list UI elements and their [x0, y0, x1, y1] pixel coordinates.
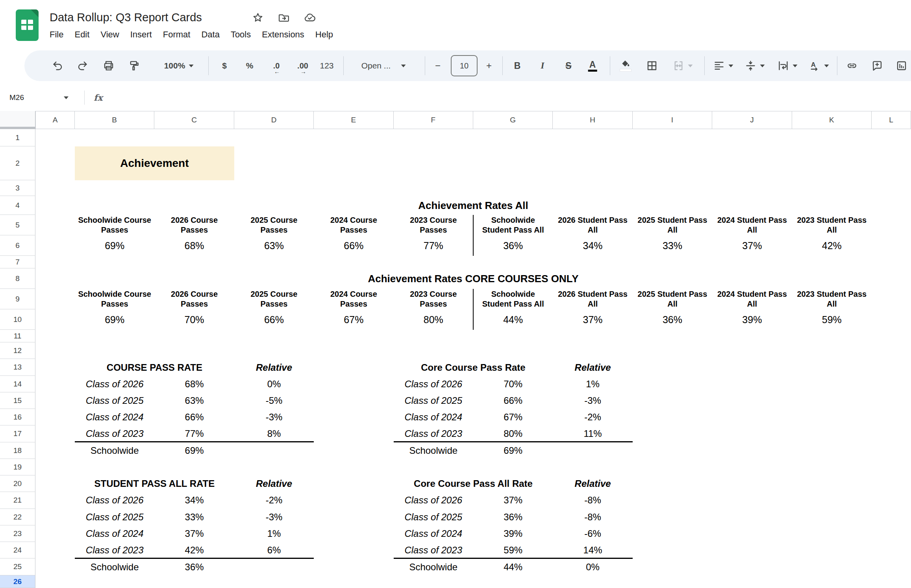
increase-decimal-button[interactable]: .00→: [297, 61, 308, 70]
summary-value-cell[interactable]: 67%: [473, 409, 553, 425]
summary-value-cell[interactable]: 59%: [473, 542, 553, 558]
row-header-23[interactable]: 23: [0, 525, 35, 542]
print-button[interactable]: [103, 60, 115, 72]
select-all-corner[interactable]: [0, 111, 35, 129]
rate-value-cell[interactable]: 39%: [712, 309, 792, 330]
summary-relative-cell[interactable]: 6%: [234, 542, 314, 558]
name-box[interactable]: M26: [9, 91, 69, 105]
row-header-9[interactable]: 9: [0, 289, 35, 309]
summary-relative-cell[interactable]: -5%: [234, 392, 314, 409]
summary-value-cell[interactable]: 37%: [154, 525, 234, 542]
summary-footer-label[interactable]: Schoolwide: [394, 442, 473, 459]
rate-header-cell[interactable]: 2023 Student Pass All: [792, 215, 872, 235]
rate-header-cell[interactable]: 2024 Course Passes: [314, 215, 393, 235]
rate-value-cell[interactable]: 70%: [154, 309, 234, 330]
summary-label-cell[interactable]: Class of 2025: [394, 509, 473, 525]
rate-header-cell[interactable]: Schoolwide Student Pass All: [473, 215, 553, 235]
rate-header-cell[interactable]: 2023 Course Passes: [394, 215, 473, 235]
summary-relative-cell[interactable]: -8%: [553, 509, 632, 525]
row-header-1[interactable]: 1: [0, 129, 35, 146]
decrease-font-size-button[interactable]: −: [435, 60, 441, 71]
row-header-13[interactable]: 13: [0, 359, 35, 376]
rate-header-cell[interactable]: 2025 Course Passes: [234, 215, 314, 235]
menu-view[interactable]: View: [95, 28, 124, 42]
rate-value-cell[interactable]: 34%: [553, 235, 632, 256]
menu-data[interactable]: Data: [196, 28, 225, 42]
summary-table-title[interactable]: COURSE PASS RATE: [75, 359, 234, 376]
fill-color-button[interactable]: [620, 60, 631, 72]
increase-font-size-button[interactable]: +: [486, 60, 492, 71]
row-header-21[interactable]: 21: [0, 492, 35, 509]
summary-relative-header[interactable]: Relative: [234, 359, 314, 376]
document-title[interactable]: Data Rollup: Q3 Report Cards: [50, 9, 202, 26]
redo-button[interactable]: [77, 60, 89, 72]
row-header-18[interactable]: 18: [0, 442, 35, 459]
bold-button[interactable]: B: [514, 61, 521, 71]
column-header-L[interactable]: L: [872, 111, 911, 129]
decrease-decimal-button[interactable]: .0←: [273, 61, 280, 70]
summary-table-title[interactable]: STUDENT PASS ALL RATE: [75, 475, 234, 492]
strikethrough-button[interactable]: S: [565, 61, 571, 71]
rate-value-cell[interactable]: 66%: [234, 309, 314, 330]
summary-relative-header[interactable]: Relative: [553, 475, 632, 492]
summary-label-cell[interactable]: Class of 2023: [394, 425, 473, 442]
rate-header-cell[interactable]: 2026 Student Pass All: [553, 215, 632, 235]
summary-label-cell[interactable]: Class of 2026: [75, 492, 154, 508]
rate-header-cell[interactable]: 2023 Student Pass All: [792, 289, 872, 309]
column-header-B[interactable]: B: [75, 111, 154, 129]
summary-label-cell[interactable]: Class of 2026: [394, 376, 473, 392]
rate-header-cell[interactable]: 2024 Student Pass All: [712, 215, 792, 235]
rate-header-cell[interactable]: Schoolwide Course Passes: [75, 289, 154, 309]
row-header-4[interactable]: 4: [0, 196, 35, 215]
formula-input[interactable]: [118, 91, 866, 105]
summary-label-cell[interactable]: Class of 2026: [394, 492, 473, 508]
rate-value-cell[interactable]: 68%: [154, 235, 234, 256]
rate-header-cell[interactable]: 2026 Course Passes: [154, 289, 234, 309]
borders-button[interactable]: [646, 60, 658, 72]
rate-value-cell[interactable]: 42%: [792, 235, 872, 256]
rate-header-cell[interactable]: 2026 Course Passes: [154, 215, 234, 235]
column-header-J[interactable]: J: [712, 111, 792, 129]
rate-table-title[interactable]: Achievement Rates CORE COURSES ONLY: [75, 268, 872, 289]
summary-value-cell[interactable]: 33%: [154, 509, 234, 525]
row-header-2[interactable]: 2: [0, 146, 35, 180]
summary-relative-cell[interactable]: 8%: [234, 425, 314, 442]
summary-label-cell[interactable]: Class of 2023: [75, 542, 154, 558]
cloud-saved-icon[interactable]: [303, 11, 317, 24]
rate-value-cell[interactable]: 36%: [473, 235, 553, 256]
row-header-3[interactable]: 3: [0, 180, 35, 196]
summary-footer-relative[interactable]: 0%: [553, 558, 632, 575]
rate-value-cell[interactable]: 69%: [75, 309, 154, 330]
summary-label-cell[interactable]: Class of 2024: [75, 525, 154, 542]
rate-header-cell[interactable]: Schoolwide Student Pass All: [473, 289, 553, 309]
summary-label-cell[interactable]: Class of 2025: [394, 392, 473, 409]
rate-header-cell[interactable]: 2024 Course Passes: [314, 289, 393, 309]
summary-relative-cell[interactable]: 14%: [553, 542, 632, 558]
rate-value-cell[interactable]: 80%: [394, 309, 473, 330]
row-header-19[interactable]: 19: [0, 459, 35, 475]
summary-footer-label[interactable]: Schoolwide: [75, 442, 154, 459]
row-header-14[interactable]: 14: [0, 376, 35, 392]
summary-value-cell[interactable]: 66%: [154, 409, 234, 425]
paint-format-button[interactable]: [128, 60, 140, 72]
vertical-align-button[interactable]: [745, 60, 765, 72]
summary-value-cell[interactable]: 68%: [154, 376, 234, 392]
row-header-22[interactable]: 22: [0, 509, 35, 525]
summary-value-cell[interactable]: 34%: [154, 492, 234, 508]
text-rotation-button[interactable]: A: [809, 60, 829, 72]
italic-button[interactable]: I: [541, 61, 544, 71]
summary-value-cell[interactable]: 66%: [473, 392, 553, 409]
summary-relative-cell[interactable]: 11%: [553, 425, 632, 442]
format-currency-button[interactable]: $: [222, 61, 227, 70]
column-header-I[interactable]: I: [633, 111, 712, 129]
summary-label-cell[interactable]: Class of 2023: [75, 425, 154, 442]
move-to-folder-icon[interactable]: [277, 11, 291, 24]
rate-value-cell[interactable]: 63%: [234, 235, 314, 256]
font-size-input[interactable]: 10: [451, 55, 478, 76]
column-header-E[interactable]: E: [314, 111, 393, 129]
rate-value-cell[interactable]: 77%: [394, 235, 473, 256]
summary-value-cell[interactable]: 39%: [473, 525, 553, 542]
summary-relative-cell[interactable]: 1%: [234, 525, 314, 542]
row-header-7[interactable]: 7: [0, 256, 35, 268]
summary-footer-value[interactable]: 69%: [154, 442, 234, 459]
